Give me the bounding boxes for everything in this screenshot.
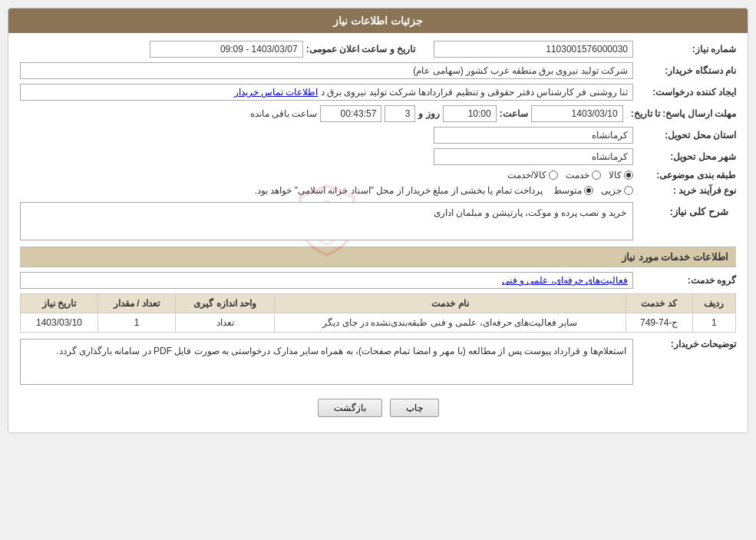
city-value: کرمانشاه: [592, 151, 628, 162]
cell-service-code: ج-74-749: [626, 313, 692, 333]
cell-date: 1403/03/10: [21, 313, 98, 333]
city-label: شهر محل تحویل:: [636, 151, 736, 162]
creator-row: ایجاد کننده درخواست: ثنا روشنی فر کارشنا…: [20, 84, 736, 101]
province-row: استان محل تحویل: کرمانشاه: [20, 127, 736, 144]
category-label: طبقه بندی موضوعی:: [636, 170, 736, 181]
process-option-motavasset-label: متوسط: [553, 185, 582, 196]
process-option-jozi[interactable]: جزیی: [601, 185, 633, 196]
category-radio-kala[interactable]: [624, 171, 633, 180]
buyer-org-box: شرکت تولید نیروی برق منطقه غرب کشور (سها…: [20, 62, 633, 79]
service-group-box: فعالیت‌های حرفه‌ای، علمی و فنی: [20, 272, 633, 289]
process-row: نوع فرآیند خرید : جزیی متوسط پرداخت تمام…: [20, 185, 736, 196]
service-group-value[interactable]: فعالیت‌های حرفه‌ای، علمی و فنی: [502, 275, 628, 286]
buyer-org-label: نام دستگاه خریدار:: [636, 65, 736, 76]
buyer-notes-box: استعلام‌ها و قرارداد پیوست پس از مطالعه …: [20, 339, 633, 385]
col-unit: واحد اندازه گیری: [175, 294, 274, 313]
category-row: طبقه بندی موضوعی: کالا خدمت کالا/خدمت: [20, 170, 736, 181]
province-label: استان محل تحویل:: [636, 130, 736, 141]
deadline-time-label: ساعت:: [500, 108, 528, 119]
city-row: شهر محل تحویل: کرمانشاه: [20, 148, 736, 165]
category-option-khedmat[interactable]: خدمت: [566, 170, 601, 181]
page-title: جزئیات اطلاعات نیاز: [8, 8, 748, 33]
table-header-row: ردیف کد خدمت نام خدمت واحد اندازه گیری ت…: [21, 294, 736, 313]
category-option-khedmat-label: خدمت: [566, 170, 589, 181]
description-container: AT خرید و نصب پرده و موکت، پارتیشن و مبل…: [20, 202, 633, 240]
page-wrapper: جزئیات اطلاعات نیاز شماره نیاز: 11030015…: [0, 0, 756, 540]
col-row-number: ردیف: [692, 294, 735, 313]
cell-quantity: 1: [98, 313, 176, 333]
category-radio-kala-khedmat[interactable]: [549, 171, 558, 180]
buttons-row: چاپ بازگشت: [20, 391, 736, 425]
creator-label: ایجاد کننده درخواست:: [636, 87, 736, 98]
announcement-label: تاریخ و ساعت اعلان عمومی:: [306, 44, 415, 55]
col-quantity: تعداد / مقدار: [98, 294, 176, 313]
category-options: کالا خدمت کالا/خدمت: [507, 170, 633, 181]
creator-value: ثنا روشنی فر کارشناس دفتر حقوقی و تنظیم …: [321, 87, 628, 98]
deadline-time-box: 10:00: [443, 105, 497, 122]
deadline-row: مهلت ارسال پاسخ: تا تاریخ: 1403/03/10 سا…: [20, 105, 736, 122]
remaining-time-box: 00:43:57: [320, 105, 381, 122]
creator-link[interactable]: اطلاعات تماس خریدار: [234, 87, 319, 98]
deadline-days: 3: [405, 108, 411, 119]
deadline-time: 10:00: [468, 108, 491, 119]
cell-row-number: 1: [692, 313, 735, 333]
description-value: خرید و نصب پرده و موکت، پارتیشن و مبلمان…: [434, 207, 626, 218]
process-label: نوع فرآیند خرید :: [636, 185, 736, 196]
cell-unit: تعداد: [175, 313, 274, 333]
deadline-label: مهلت ارسال پاسخ: تا تاریخ:: [626, 108, 736, 119]
deadline-days-box: 3: [385, 105, 415, 122]
col-service-name: نام خدمت: [275, 294, 626, 313]
process-radio-jozi[interactable]: [624, 186, 633, 195]
description-box: خرید و نصب پرده و موکت، پارتیشن و مبلمان…: [20, 202, 633, 240]
cell-service-name: سایر فعالیت‌های حرفه‌ای، علمی و فنی طبقه…: [275, 313, 626, 333]
announcement-value: 1403/03/07 - 09:09: [220, 44, 298, 55]
deadline-date: 1403/03/10: [572, 108, 618, 119]
announcement-value-box: 1403/03/07 - 09:09: [150, 41, 303, 58]
category-option-kala[interactable]: کالا: [609, 170, 633, 181]
service-group-label: گروه خدمت:: [636, 275, 736, 286]
description-section-label: شرح کلی نیاز:: [636, 202, 736, 221]
main-card: جزئیات اطلاعات نیاز شماره نیاز: 11030015…: [8, 8, 748, 433]
back-button[interactable]: بازگشت: [318, 399, 382, 417]
services-table: ردیف کد خدمت نام خدمت واحد اندازه گیری ت…: [20, 293, 736, 333]
process-option-motavasset[interactable]: متوسط: [553, 185, 593, 196]
buyer-org-value: شرکت تولید نیروی برق منطقه غرب کشور (سها…: [413, 65, 628, 76]
need-number-value: 1103001576000030: [546, 44, 628, 55]
service-group-row: گروه خدمت: فعالیت‌های حرفه‌ای، علمی و فن…: [20, 272, 736, 289]
process-options: جزیی متوسط: [553, 185, 633, 196]
buyer-notes-value: استعلام‌ها و قرارداد پیوست پس از مطالعه …: [56, 346, 626, 356]
deadline-date-box: 1403/03/10: [531, 105, 623, 122]
services-section-header: اطلاعات خدمات مورد نیاز: [20, 247, 736, 267]
process-radio-motavasset[interactable]: [584, 186, 593, 195]
deadline-day-label: روز و: [418, 108, 439, 119]
buyer-org-row: نام دستگاه خریدار: شرکت تولید نیروی برق …: [20, 62, 736, 79]
buyer-notes-label: توضیحات خریدار:: [636, 339, 736, 350]
creator-box: ثنا روشنی فر کارشناس دفتر حقوقی و تنظیم …: [20, 84, 633, 101]
description-row: شرح کلی نیاز: AT خرید و نصب پرده و موکت،…: [20, 202, 736, 240]
category-option-kala-khedmat-label: کالا/خدمت: [507, 170, 546, 181]
remaining-label: ساعت باقی مانده: [250, 108, 318, 119]
need-number-box: 1103001576000030: [434, 41, 633, 58]
category-option-kala-label: کالا: [609, 170, 622, 181]
need-number-row: شماره نیاز: 1103001576000030 تاریخ و ساع…: [20, 41, 736, 58]
city-box: کرمانشاه: [434, 148, 633, 165]
category-radio-khedmat[interactable]: [592, 171, 601, 180]
category-option-kala-khedmat[interactable]: کالا/خدمت: [507, 170, 558, 181]
process-option-jozi-label: جزیی: [601, 185, 622, 196]
col-service-code: کد خدمت: [626, 294, 692, 313]
need-number-label: شماره نیاز:: [636, 44, 736, 55]
buyer-notes-row: توضیحات خریدار: استعلام‌ها و قرارداد پیو…: [20, 339, 736, 385]
card-body: شماره نیاز: 1103001576000030 تاریخ و ساع…: [8, 33, 748, 432]
province-box: کرمانشاه: [434, 127, 633, 144]
print-button[interactable]: چاپ: [390, 399, 439, 417]
province-value: کرمانشاه: [592, 130, 628, 141]
table-row: 1 ج-74-749 سایر فعالیت‌های حرفه‌ای، علمی…: [21, 313, 736, 333]
col-date: تاریخ نیاز: [21, 294, 98, 313]
process-note: پرداخت تمام یا بخشی از مبلغ خریدار از مح…: [255, 185, 543, 196]
remaining-time: 00:43:57: [341, 108, 377, 119]
